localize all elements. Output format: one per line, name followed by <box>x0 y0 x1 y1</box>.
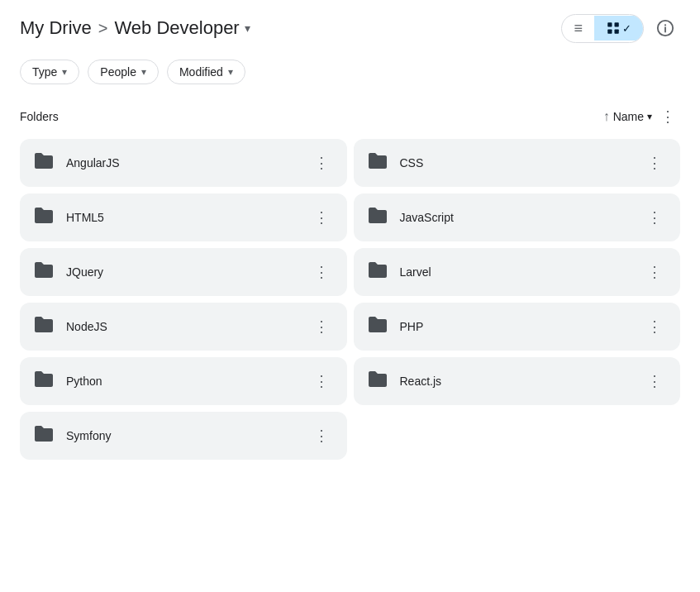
folder-name: PHP <box>400 320 424 333</box>
folder-left: PHP <box>367 315 424 338</box>
folder-more-options-button[interactable]: ⋮ <box>642 205 667 230</box>
folder-icon <box>33 260 55 284</box>
filter-modified-label: Modified <box>179 65 223 79</box>
header: My Drive > Web Developer ▾ ≡ ✓ <box>20 13 680 43</box>
folder-left: NodeJS <box>33 315 107 338</box>
info-button[interactable] <box>650 13 680 43</box>
sort-label-text: Name <box>613 110 644 123</box>
folder-left: HTML5 <box>33 206 104 229</box>
folder-left: AngularJS <box>33 151 120 174</box>
folder-name: NodeJS <box>66 320 107 333</box>
view-toggle: ≡ ✓ <box>561 14 644 43</box>
folder-more-options-button[interactable]: ⋮ <box>642 369 667 394</box>
folder-more-options-button[interactable]: ⋮ <box>309 260 334 284</box>
folder-more-options-button[interactable]: ⋮ <box>642 150 667 175</box>
svg-rect-0 <box>607 22 612 26</box>
folder-item[interactable]: JQuery ⋮ <box>20 248 347 296</box>
filters-bar: Type ▾ People ▾ Modified ▾ <box>20 60 680 84</box>
folder-icon <box>367 370 388 393</box>
folder-item[interactable]: Python ⋮ <box>20 357 347 405</box>
folder-icon <box>367 151 388 174</box>
folder-left: Python <box>33 370 102 393</box>
folder-icon <box>367 315 388 338</box>
sort-direction-icon[interactable]: ↑ <box>603 109 610 124</box>
folder-name: AngularJS <box>66 156 120 169</box>
folder-name: JQuery <box>66 265 103 279</box>
list-view-button[interactable]: ≡ <box>562 15 594 42</box>
filter-type-label: Type <box>32 65 57 79</box>
folder-icon <box>33 370 55 393</box>
folder-item[interactable]: Symfony ⋮ <box>20 412 347 460</box>
folder-item[interactable]: Larvel ⋮ <box>354 248 681 296</box>
folder-left: Symfony <box>33 424 111 447</box>
filter-people-label: People <box>100 65 136 79</box>
info-icon <box>656 19 674 37</box>
folder-item[interactable]: PHP ⋮ <box>354 303 681 351</box>
filter-modified-button[interactable]: Modified ▾ <box>167 60 245 84</box>
svg-rect-2 <box>607 30 612 34</box>
folder-item[interactable]: AngularJS ⋮ <box>20 139 347 187</box>
folder-more-options-button[interactable]: ⋮ <box>642 314 667 339</box>
folder-icon <box>33 315 55 338</box>
folder-name: Symfony <box>66 429 111 442</box>
grid-view-button[interactable]: ✓ <box>594 16 643 41</box>
folder-name: CSS <box>400 156 424 169</box>
grid-icon <box>606 21 621 36</box>
chevron-down-icon: ▾ <box>245 21 250 35</box>
folder-icon <box>367 206 388 229</box>
folder-more-options-button[interactable]: ⋮ <box>642 260 667 284</box>
filter-type-button[interactable]: Type ▾ <box>20 60 79 84</box>
filter-modified-chevron: ▾ <box>228 66 233 78</box>
folder-more-options-button[interactable]: ⋮ <box>309 150 334 175</box>
breadcrumb-separator: > <box>98 19 108 38</box>
current-folder-label: Web Developer <box>114 17 239 39</box>
folder-more-options-button[interactable]: ⋮ <box>309 314 334 339</box>
folder-more-options-button[interactable]: ⋮ <box>309 205 334 230</box>
folder-icon <box>33 424 55 447</box>
sort-name-button[interactable]: Name ▾ <box>613 110 652 123</box>
folder-left: JQuery <box>33 260 103 284</box>
folder-left: React.js <box>367 370 442 393</box>
folder-item[interactable]: HTML5 ⋮ <box>20 193 347 241</box>
folder-icon <box>367 260 388 284</box>
section-more-options-button[interactable]: ⋮ <box>655 104 680 129</box>
sort-area: ↑ Name ▾ ⋮ <box>603 104 680 129</box>
header-actions: ≡ ✓ <box>561 13 680 43</box>
folder-icon <box>33 151 55 174</box>
folder-left: CSS <box>367 151 424 174</box>
filter-people-button[interactable]: People ▾ <box>88 60 159 84</box>
current-folder-button[interactable]: Web Developer ▾ <box>114 17 250 39</box>
folder-name: Larvel <box>400 265 431 279</box>
filter-people-chevron: ▾ <box>141 66 146 78</box>
folder-name: React.js <box>400 375 442 388</box>
section-title: Folders <box>20 110 59 123</box>
sort-chevron-icon: ▾ <box>647 111 652 122</box>
folder-left: JavaScript <box>367 206 454 229</box>
svg-rect-3 <box>615 30 619 34</box>
folders-grid: AngularJS ⋮ CSS ⋮ HTML5 ⋮ <box>20 139 680 460</box>
svg-rect-1 <box>615 22 619 26</box>
folder-item[interactable]: CSS ⋮ <box>354 139 681 187</box>
my-drive-link[interactable]: My Drive <box>20 17 92 39</box>
folder-item[interactable]: React.js ⋮ <box>354 357 681 405</box>
folder-item[interactable]: NodeJS ⋮ <box>20 303 347 351</box>
folder-icon <box>33 206 55 229</box>
folder-name: HTML5 <box>66 211 104 224</box>
folder-more-options-button[interactable]: ⋮ <box>309 423 334 448</box>
breadcrumb: My Drive > Web Developer ▾ <box>20 17 250 39</box>
section-header: Folders ↑ Name ▾ ⋮ <box>20 104 680 129</box>
checkmark-icon: ✓ <box>622 22 631 35</box>
folder-left: Larvel <box>367 260 431 284</box>
folder-item[interactable]: JavaScript ⋮ <box>354 193 681 241</box>
filter-type-chevron: ▾ <box>62 66 67 78</box>
svg-point-6 <box>664 24 666 26</box>
folder-name: JavaScript <box>400 211 454 224</box>
folder-more-options-button[interactable]: ⋮ <box>309 369 334 394</box>
folder-name: Python <box>66 375 102 388</box>
